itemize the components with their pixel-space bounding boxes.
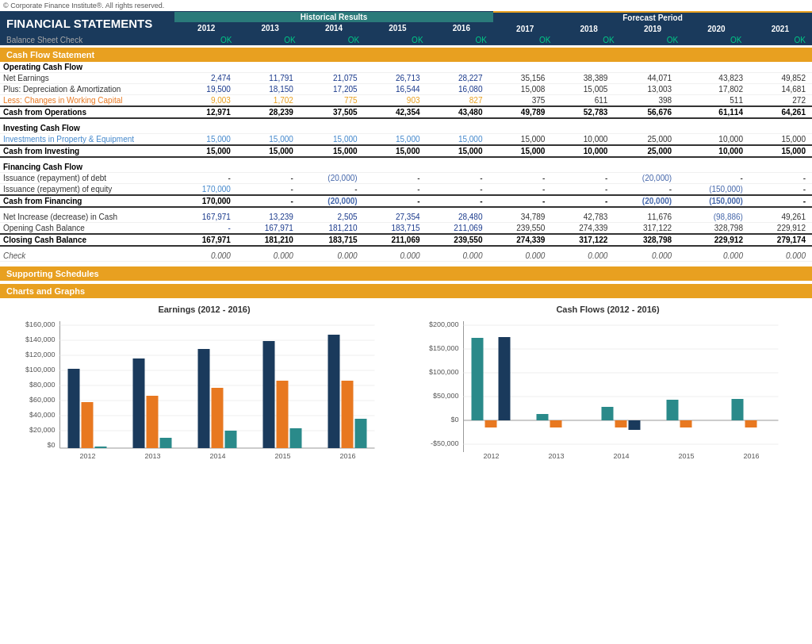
bsc-label: Balance Sheet Check: [0, 35, 174, 46]
cash-inv-v2: 15,000: [300, 145, 364, 157]
wc-v4: 827: [427, 95, 489, 107]
earn-rev-2013: [133, 358, 145, 448]
inv-v1: 15,000: [237, 134, 300, 146]
net-earnings-v7: 44,071: [614, 73, 678, 84]
cash-fin-v0: 170,000: [174, 195, 237, 207]
wc-v2: 775: [300, 95, 364, 107]
cash-fin-v7: (20,000): [614, 195, 678, 207]
dep-v3: 16,544: [364, 84, 427, 95]
ni-v3: 27,354: [364, 212, 427, 223]
balance-sheet-check-table: Balance Sheet Check OK OK OK OK OK OK OK…: [0, 35, 812, 46]
dep-v4: 16,080: [427, 84, 489, 95]
net-earnings-v9: 49,852: [749, 73, 812, 84]
net-earnings-v2: 21,075: [300, 73, 364, 84]
depreciation-row: Plus: Depreciation & Amortization 19,500…: [0, 84, 812, 95]
chk-v0: 0.000: [174, 251, 237, 262]
investments-label: Investments in Property & Equipment: [0, 134, 174, 146]
investments-row: Investments in Property & Equipment 15,0…: [0, 134, 812, 146]
wc-v8: 511: [678, 95, 749, 107]
cc-v9: 279,174: [749, 234, 812, 246]
wc-v0: 9,003: [174, 95, 237, 107]
oc-v9: 229,912: [749, 223, 812, 235]
cf-inv-2012: [485, 420, 497, 427]
wc-v3: 903: [364, 95, 427, 107]
cash-inv-label: Cash from Investing: [0, 145, 174, 157]
cash-inv-v3: 15,000: [364, 145, 427, 157]
svg-text:$80,000: $80,000: [29, 381, 56, 389]
inv-v9: 15,000: [749, 134, 812, 146]
isd-v0: -: [174, 173, 237, 184]
cash-ops-v7: 56,676: [614, 106, 678, 118]
net-increase-row: Net Increase (decrease) in Cash 167,971 …: [0, 212, 812, 223]
svg-text:2014: 2014: [613, 452, 629, 460]
bsc-val-5: OK: [493, 35, 557, 46]
earnings-svg: $160,000 $140,000 $120,000 $100,000 $80,…: [6, 317, 402, 476]
earn-rev-2012: [68, 369, 80, 448]
oc-v0: -: [174, 223, 237, 235]
operating-title-row: Operating Cash Flow: [0, 62, 812, 73]
cc-v7: 328,798: [614, 234, 678, 246]
copyright-text: © Corporate Finance Institute®. All righ…: [0, 0, 812, 11]
cash-flow-section-header: Cash Flow Statement: [0, 48, 812, 62]
cashflow-svg: $200,000 $150,000 $100,000 $50,000 $0 -$…: [410, 317, 806, 476]
ise-v2: -: [300, 184, 364, 196]
ise-v7: -: [614, 184, 678, 196]
earn-gp-2015: [277, 381, 289, 448]
financing-title-row: Financing Cash Flow: [0, 162, 812, 173]
ise-v5: -: [488, 184, 551, 196]
cf-inv-2013: [550, 420, 562, 427]
dep-v1: 18,150: [237, 84, 300, 95]
earn-ebt-2012: [95, 447, 107, 448]
forecast-label: Forecast Period: [493, 11, 812, 23]
cc-v6: 317,122: [551, 234, 614, 246]
inv-v6: 10,000: [551, 134, 614, 146]
bsc-val-8: OK: [684, 35, 748, 46]
main-header: FINANCIAL STATEMENTS Historical Results …: [0, 11, 812, 35]
dep-v2: 17,205: [300, 84, 364, 95]
cf-op-2014: [602, 407, 614, 420]
svg-text:2016: 2016: [339, 452, 355, 460]
svg-text:$0: $0: [47, 441, 55, 449]
cc-v2: 183,715: [300, 234, 364, 246]
svg-text:$40,000: $40,000: [29, 411, 56, 419]
oc-v4: 211,069: [427, 223, 489, 235]
chk-v5: 0.000: [488, 251, 551, 262]
svg-text:2013: 2013: [548, 452, 564, 460]
cash-fin-v1: -: [237, 195, 300, 207]
cash-ops-v4: 43,480: [427, 106, 489, 118]
cash-ops-v2: 37,505: [300, 106, 364, 118]
cc-v3: 211,069: [364, 234, 427, 246]
svg-text:2016: 2016: [743, 452, 759, 460]
wc-v7: 398: [614, 95, 678, 107]
svg-text:$140,000: $140,000: [25, 335, 56, 343]
earnings-chart-area: $160,000 $140,000 $120,000 $100,000 $80,…: [6, 317, 402, 476]
ise-v3: -: [364, 184, 427, 196]
balance-sheet-check-row: Balance Sheet Check OK OK OK OK OK OK OK…: [0, 35, 812, 46]
chk-v3: 0.000: [364, 251, 427, 262]
cash-ops-v9: 64,261: [749, 106, 812, 118]
isd-v1: -: [237, 173, 300, 184]
oc-v5: 239,550: [488, 223, 551, 235]
cash-ops-v8: 61,114: [678, 106, 749, 118]
cash-fin-v4: -: [427, 195, 489, 207]
historical-group: Historical Results 2012 2013 2014 2015 2…: [174, 12, 493, 34]
cf-op-2015: [667, 400, 679, 420]
oc-v3: 183,715: [364, 223, 427, 235]
cash-ops-v3: 42,354: [364, 106, 427, 118]
earn-rev-2015: [263, 341, 275, 448]
ise-v9: -: [749, 184, 812, 196]
cf-inv-2016: [745, 420, 757, 427]
svg-text:2015: 2015: [678, 452, 694, 460]
svg-text:$20,000: $20,000: [29, 426, 56, 434]
app-title: FINANCIAL STATEMENTS: [0, 13, 174, 33]
cash-flow-table: Operating Cash Flow Net Earnings 2,474 1…: [0, 62, 812, 262]
inv-v3: 15,000: [364, 134, 427, 146]
dep-v5: 15,008: [488, 84, 551, 95]
oc-v1: 167,971: [237, 223, 300, 235]
cash-inv-v6: 10,000: [551, 145, 614, 157]
wc-v6: 611: [551, 95, 614, 107]
dep-v6: 15,005: [551, 84, 614, 95]
cf-inv-2014: [615, 420, 627, 427]
cc-v8: 229,912: [678, 234, 749, 246]
svg-text:2014: 2014: [209, 452, 225, 460]
